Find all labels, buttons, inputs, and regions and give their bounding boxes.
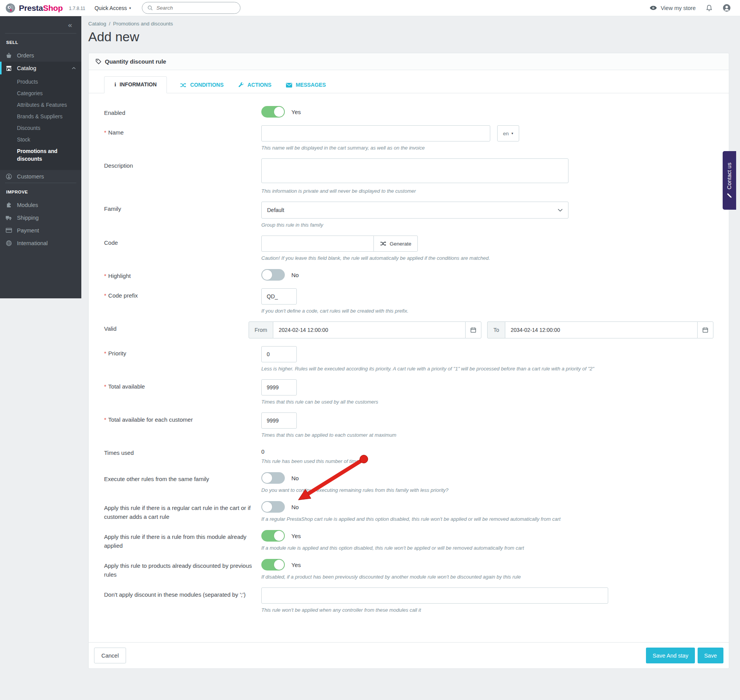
sidebar-subitem-attributes-features[interactable]: Attributes & Features (0, 99, 81, 111)
field-control: Times that this rule can be used by all … (261, 379, 713, 405)
toggle-state-label: No (291, 272, 299, 278)
sidebar-item-customers[interactable]: Customers (0, 170, 81, 183)
required-asterisk: * (104, 292, 106, 299)
store-icon (5, 65, 12, 71)
save-and-stay-button[interactable]: Save And stay (646, 648, 695, 663)
sidebar-subitem-brands-suppliers[interactable]: Brands & Suppliers (0, 111, 81, 123)
search-icon (147, 5, 153, 11)
field-control: en▾This name will be displayed in the ca… (261, 125, 713, 151)
sidebar-item-label: Customers (17, 173, 44, 180)
date-from-input[interactable] (273, 321, 465, 338)
tab-information[interactable]: iINFORMATION (104, 76, 167, 93)
code_prefix-input[interactable] (261, 288, 297, 305)
language-selector[interactable]: en▾ (497, 125, 519, 141)
priority-input[interactable] (261, 346, 297, 362)
sidebar-item-international[interactable]: International (0, 237, 81, 249)
tab-actions[interactable]: ACTIONS (237, 77, 273, 93)
quantity-discount-rule-panel: Quantity discount rule iINFORMATIONCONDI… (88, 53, 729, 669)
field-helper: This rule has been used this number of t… (261, 458, 713, 464)
prestashop-logo[interactable]: PrestaShop 1.7.8.11 (5, 3, 85, 13)
contact-us-tab[interactable]: Contact us (723, 151, 736, 210)
eye-icon (649, 5, 657, 10)
form-row-code_prefix: *Code prefixIf you don't define a code, … (104, 288, 713, 314)
sidebar-submenu-catalog: ProductsCategoriesAttributes & FeaturesB… (0, 74, 81, 170)
sidebar-nav: SELLOrdersCatalogProductsCategoriesAttri… (0, 33, 81, 249)
sidebar: « SELLOrdersCatalogProductsCategoriesAtt… (0, 16, 81, 298)
code-input[interactable] (261, 236, 374, 252)
calendar-icon[interactable] (465, 321, 481, 338)
panel-title: Quantity discount rule (105, 58, 166, 65)
name-input-line: en▾ (261, 125, 713, 141)
apply_module_rule-toggle[interactable] (261, 530, 285, 542)
save-button[interactable]: Save (698, 648, 723, 663)
field-label-text: Total available (108, 383, 145, 390)
shuffle-icon (380, 241, 387, 246)
apply_discounted-toggle[interactable] (261, 559, 285, 570)
family-select[interactable]: Default (261, 202, 568, 219)
form-row-name: *Nameen▾This name will be displayed in t… (104, 125, 713, 151)
field-label: Enabled (104, 106, 261, 118)
toggle-state-label: Yes (291, 533, 301, 539)
breadcrumb-parent[interactable]: Catalog (88, 21, 106, 27)
sidebar-subitem-discounts[interactable]: Discounts (0, 123, 81, 134)
global-search[interactable] (142, 2, 240, 14)
exclude_modules-input[interactable] (261, 587, 608, 604)
tab-messages[interactable]: MESSAGES (284, 77, 327, 93)
field-label-text: Priority (108, 350, 126, 357)
profile-avatar-icon[interactable] (723, 4, 731, 12)
sidebar-item-shipping[interactable]: Shipping (0, 211, 81, 224)
highlight-toggle[interactable] (261, 269, 285, 281)
sidebar-item-modules[interactable]: Modules (0, 199, 81, 211)
breadcrumb-current[interactable]: Promotions and discounts (113, 21, 173, 27)
field-helper: If a module rule is applied and this opt… (261, 545, 713, 551)
enabled-toggle[interactable] (261, 106, 285, 118)
field-control: No (261, 269, 713, 281)
total_available-input[interactable] (261, 379, 297, 395)
tab-label: INFORMATION (119, 82, 156, 88)
toggle-knob (274, 560, 284, 570)
tab-conditions[interactable]: CONDITIONS (178, 77, 225, 93)
sidebar-collapse-button[interactable]: « (68, 21, 72, 29)
calendar-icon[interactable] (697, 321, 713, 338)
sidebar-item-payment[interactable]: Payment (0, 224, 81, 237)
field-helper: If disabled, if a product has been previ… (261, 574, 713, 580)
sidebar-subitem-stock[interactable]: Stock (0, 134, 81, 146)
toggle-line: No (261, 472, 713, 484)
sidebar-item-catalog[interactable]: Catalog (0, 62, 81, 74)
field-control: Yes (261, 106, 713, 118)
sidebar-subitem-products[interactable]: Products (0, 76, 81, 88)
sidebar-subitem-promotions-and-discounts[interactable]: Promotions and discounts (0, 146, 81, 165)
total_available_each-input[interactable] (261, 412, 297, 429)
form-row-description: DescriptionThis information is private a… (104, 158, 713, 194)
form-row-family: FamilyDefaultGroup this rule in this fam… (104, 202, 713, 228)
form-row-valid: ValidFromTo (104, 321, 713, 338)
date-to-group: To (487, 321, 713, 338)
quick-access-menu[interactable]: Quick Access ▾ (94, 5, 131, 11)
notification-bell-icon[interactable] (706, 5, 712, 12)
field-label-text: Times used (104, 449, 134, 456)
generate-button[interactable]: Generate (373, 236, 418, 252)
description-textarea[interactable] (261, 158, 568, 183)
apply_cart_rule-toggle[interactable] (261, 501, 285, 513)
execute_other_rules-toggle[interactable] (261, 472, 285, 484)
brand-wordmark: PrestaShop (19, 3, 63, 13)
field-label-text: Description (104, 162, 133, 169)
field-label-text: Enabled (104, 109, 125, 116)
form-row-code: CodeGenerateCaution! If you leave this f… (104, 236, 713, 261)
date-to-input[interactable] (505, 321, 697, 338)
search-input[interactable] (156, 5, 235, 11)
sidebar-item-orders[interactable]: Orders (0, 49, 81, 62)
field-label: Don't apply discount in these modules (s… (104, 587, 261, 613)
field-helper: If a regular PrestaShop cart rule is app… (261, 516, 713, 522)
name-input[interactable] (261, 125, 490, 141)
cancel-button[interactable]: Cancel (94, 648, 126, 663)
field-helper: This information is private and will nev… (261, 188, 713, 194)
sidebar-subitem-categories[interactable]: Categories (0, 88, 81, 99)
field-label: Apply this rule to products already disc… (104, 559, 261, 580)
toggle-knob (274, 531, 284, 541)
form-row-apply_module_rule: Apply this rule if there is a rule from … (104, 530, 713, 551)
view-my-store-link[interactable]: View my store (649, 5, 696, 11)
toggle-state-label: No (291, 504, 299, 510)
toggle-state-label: Yes (291, 562, 301, 568)
field-label-text: Don't apply discount in these modules (s… (104, 591, 246, 598)
